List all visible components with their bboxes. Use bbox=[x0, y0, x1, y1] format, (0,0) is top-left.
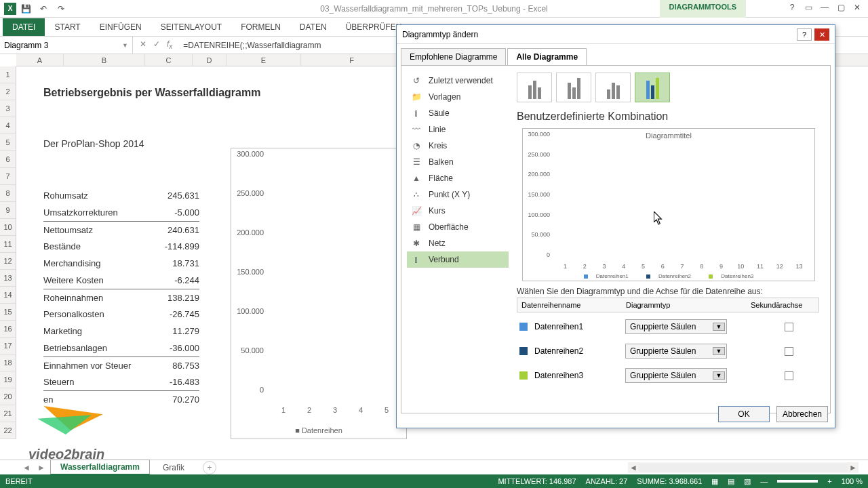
ok-button[interactable]: OK bbox=[718, 406, 770, 422]
help-icon[interactable]: ? bbox=[784, 0, 800, 15]
row-8[interactable]: 8 bbox=[0, 185, 16, 202]
chevron-down-icon[interactable]: ▼ bbox=[713, 371, 725, 380]
contextual-tab[interactable]: DIAGRAMMTOOLS bbox=[660, 0, 746, 18]
zoom-in-icon[interactable]: + bbox=[827, 477, 831, 485]
chart-type-vorlagen[interactable]: 📁Vorlagen bbox=[407, 89, 509, 105]
data-row[interactable]: Umsatzkorrekturen-5.000 bbox=[43, 204, 199, 221]
undo-icon[interactable]: ↶ bbox=[35, 1, 52, 16]
save-icon[interactable]: 💾 bbox=[18, 1, 34, 16]
row-7[interactable]: 7 bbox=[0, 168, 16, 185]
ribbon-display-icon[interactable]: ▭ bbox=[800, 0, 816, 15]
chart-type-balken[interactable]: ☰Balken bbox=[407, 154, 509, 170]
data-row[interactable]: Weitere Kosten-6.244 bbox=[43, 272, 199, 289]
name-box[interactable]: Diagramm 3 ▼ bbox=[0, 37, 133, 54]
series-type-select[interactable]: Gruppierte Säulen▼ bbox=[625, 344, 727, 359]
dialog-close-icon[interactable]: ✕ bbox=[814, 28, 829, 41]
chart-type-linie[interactable]: 〰Linie bbox=[407, 121, 509, 138]
sheet-nav-prev-icon[interactable]: ◄ bbox=[20, 463, 33, 472]
row-6[interactable]: 6 bbox=[0, 151, 16, 168]
row-9[interactable]: 9 bbox=[0, 202, 16, 219]
col-E[interactable]: E bbox=[226, 54, 301, 66]
subtype-2[interactable] bbox=[556, 73, 591, 102]
row-22[interactable]: 22 bbox=[0, 422, 16, 439]
col-A[interactable]: A bbox=[16, 54, 64, 66]
row-3[interactable]: 3 bbox=[0, 100, 16, 117]
row-1[interactable]: 1 bbox=[0, 66, 16, 83]
data-row[interactable]: Betriebsanlagen-36.000 bbox=[43, 340, 199, 357]
data-row[interactable]: en70.270 bbox=[43, 390, 199, 407]
dialog-help-icon[interactable]: ? bbox=[797, 28, 812, 41]
row-20[interactable]: 20 bbox=[0, 388, 16, 405]
series-type-select[interactable]: Gruppierte Säulen▼ bbox=[625, 319, 727, 334]
col-D[interactable]: D bbox=[193, 54, 226, 66]
embedded-chart[interactable]: 050.000100.000150.000200.000250.000300.0… bbox=[231, 148, 407, 439]
chart-type-kreis[interactable]: ◔Kreis bbox=[407, 138, 509, 154]
chart-type-oberflche[interactable]: ▦Oberfläche bbox=[407, 219, 509, 235]
data-row[interactable]: Einnahmen vor Steuer86.753 bbox=[43, 357, 199, 373]
secondary-axis-checkbox[interactable] bbox=[785, 371, 793, 380]
add-sheet-icon[interactable]: + bbox=[203, 461, 216, 474]
chevron-down-icon[interactable]: ▼ bbox=[713, 347, 725, 355]
maximize-icon[interactable]: ▢ bbox=[833, 0, 849, 15]
row-18[interactable]: 18 bbox=[0, 354, 16, 371]
redo-icon[interactable]: ↷ bbox=[53, 1, 69, 16]
row-2[interactable]: 2 bbox=[0, 83, 16, 100]
tab-daten[interactable]: DATEN bbox=[290, 18, 336, 36]
tab-einfuegen[interactable]: EINFÜGEN bbox=[90, 18, 151, 36]
data-row[interactable]: Rohumsatz245.631 bbox=[43, 187, 199, 204]
data-row[interactable]: Personalkosten-26.745 bbox=[43, 306, 199, 323]
chart-type-punktxy[interactable]: ∴Punkt (X Y) bbox=[407, 186, 509, 203]
data-row[interactable]: Nettoumsatz240.631 bbox=[43, 221, 199, 238]
horizontal-scrollbar[interactable]: ◄► bbox=[628, 462, 859, 473]
sheet-nav-next-icon[interactable]: ► bbox=[35, 463, 47, 472]
row-12[interactable]: 12 bbox=[0, 253, 16, 270]
view-layout-icon[interactable]: ▤ bbox=[728, 477, 734, 486]
row-10[interactable]: 10 bbox=[0, 219, 16, 236]
zoom-slider[interactable] bbox=[777, 480, 818, 483]
row-16[interactable]: 16 bbox=[0, 321, 16, 338]
chart-type-kurs[interactable]: 📈Kurs bbox=[407, 203, 509, 219]
row-14[interactable]: 14 bbox=[0, 287, 16, 304]
row-13[interactable]: 13 bbox=[0, 270, 16, 287]
chart-type-netz[interactable]: ✱Netz bbox=[407, 235, 509, 251]
chart-type-flche[interactable]: ▲Fläche bbox=[407, 170, 509, 186]
subtype-3[interactable] bbox=[595, 73, 631, 102]
chevron-down-icon[interactable]: ▼ bbox=[713, 323, 725, 331]
col-B[interactable]: B bbox=[64, 54, 145, 66]
tab-all-charts[interactable]: Alle Diagramme bbox=[507, 48, 587, 65]
tab-recommended[interactable]: Empfohlene Diagramme bbox=[401, 48, 506, 65]
row-5[interactable]: 5 bbox=[0, 134, 16, 151]
close-icon[interactable]: ✕ bbox=[849, 0, 865, 15]
zoom-out-icon[interactable]: — bbox=[760, 477, 768, 485]
sheet-tab-grafik[interactable]: Grafik bbox=[153, 460, 195, 475]
data-row[interactable]: Bestände-114.899 bbox=[43, 238, 199, 255]
cancel-button[interactable]: Abbrechen bbox=[776, 406, 828, 422]
data-row[interactable]: Steuern-16.483 bbox=[43, 373, 199, 390]
row-19[interactable]: 19 bbox=[0, 371, 16, 388]
view-break-icon[interactable]: ▧ bbox=[744, 477, 751, 486]
minimize-icon[interactable]: — bbox=[816, 0, 833, 15]
tab-start[interactable]: START bbox=[45, 18, 90, 36]
row-17[interactable]: 17 bbox=[0, 338, 16, 354]
secondary-axis-checkbox[interactable] bbox=[785, 347, 793, 356]
subtype-4[interactable] bbox=[635, 73, 670, 102]
chart-type-sule[interactable]: ⫿Säule bbox=[407, 105, 509, 121]
subtype-1[interactable] bbox=[517, 73, 552, 102]
row-11[interactable]: 11 bbox=[0, 236, 16, 253]
col-C[interactable]: C bbox=[145, 54, 193, 66]
tab-datei[interactable]: DATEI bbox=[3, 18, 45, 36]
data-row[interactable]: Merchandising18.731 bbox=[43, 255, 199, 272]
accept-formula-icon[interactable]: ✓ bbox=[153, 39, 160, 50]
row-15[interactable]: 15 bbox=[0, 304, 16, 321]
fx-icon[interactable]: fx bbox=[167, 39, 172, 50]
data-row[interactable]: Marketing11.279 bbox=[43, 323, 199, 340]
chevron-down-icon[interactable]: ▼ bbox=[122, 42, 128, 49]
tab-seitenlayout[interactable]: SEITENLAYOUT bbox=[151, 18, 231, 36]
chart-type-zuletztverwendet[interactable]: ↺Zuletzt verwendet bbox=[407, 73, 509, 89]
data-row[interactable]: Roheinnahmen138.219 bbox=[43, 289, 199, 306]
col-F[interactable]: F bbox=[301, 54, 403, 66]
view-normal-icon[interactable]: ▦ bbox=[711, 477, 718, 486]
secondary-axis-checkbox[interactable] bbox=[785, 323, 793, 331]
tab-formeln[interactable]: FORMELN bbox=[231, 18, 290, 36]
cancel-formula-icon[interactable]: ✕ bbox=[140, 39, 146, 50]
